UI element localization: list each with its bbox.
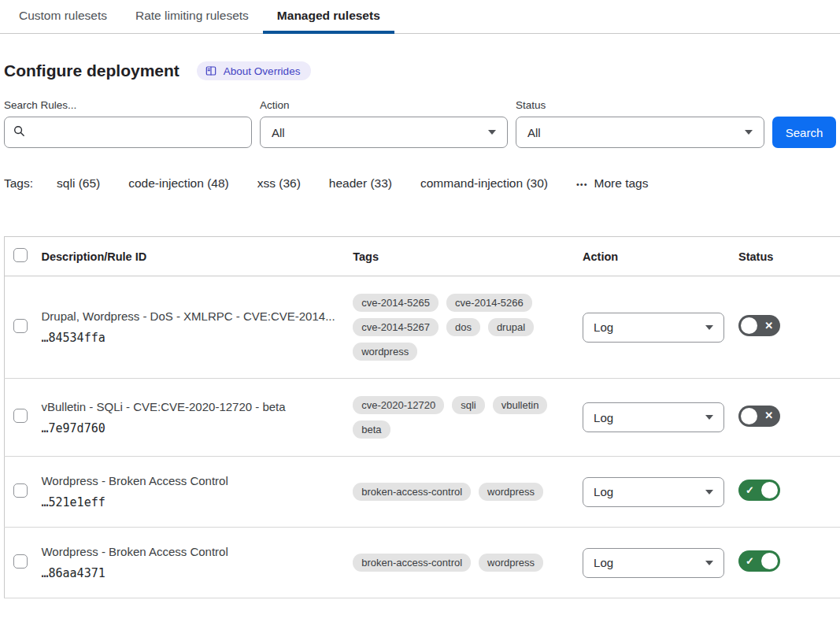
search-input-wrapper [4,117,252,148]
book-icon [205,65,217,77]
rule-action-select[interactable]: Log [583,548,724,578]
rule-id: …84534ffa [41,331,353,345]
x-icon: ✕ [764,320,773,331]
tag-filter-sqli[interactable]: sqli (65) [57,176,100,191]
chevron-down-icon [745,130,753,135]
heading-row: Configure deployment About Overrides [4,61,840,80]
tag-filter-header[interactable]: header (33) [329,176,392,191]
tag-pill: beta [353,420,390,439]
row-checkbox[interactable] [13,319,28,333]
about-overrides-link[interactable]: About Overrides [197,61,312,80]
table-row: Wordpress - Broken Access Control …521e1… [5,457,840,528]
tag-pill: cve-2020-12720 [353,396,444,414]
toggle-knob [741,408,757,424]
toggle-knob [761,553,778,569]
rule-description: Wordpress - Broken Access Control [41,474,353,487]
status-toggle[interactable]: ✓ ✕ [738,480,780,501]
chevron-down-icon [705,415,713,420]
status-toggle[interactable]: ✓ ✕ [738,315,780,336]
tag-filter-command-injection[interactable]: command-injection (30) [420,176,548,191]
row-checkbox[interactable] [13,409,28,423]
tags-bar: Tags: sqli (65) code-injection (48) xss … [4,176,840,191]
search-icon [13,124,26,141]
check-icon: ✓ [746,485,754,495]
search-input[interactable] [32,126,243,139]
x-icon: ✕ [764,410,773,420]
rules-table: Description/Rule ID Tags Action Status D… [4,236,840,598]
tag-pill: cve-2014-5267 [353,318,439,336]
rule-action-select[interactable]: Log [583,313,724,343]
ruleset-tabbar: Custom rulesets Rate limiting rulesets M… [0,0,840,34]
rule-action-value: Log [594,411,613,424]
action-filter-field: Action All [260,99,508,148]
tag-pill: wordpress [353,343,417,361]
toggle-knob [761,482,778,498]
more-tags-button[interactable]: ••• More tags [576,176,648,191]
rule-action-value: Log [594,556,613,569]
rule-description: vBulletin - SQLi - CVE:CVE-2020-12720 - … [41,400,353,413]
check-icon: ✓ [746,556,754,566]
more-tags-label: More tags [594,176,649,191]
table-header-row: Description/Rule ID Tags Action Status [5,237,840,276]
tag-pill: dos [446,318,480,336]
action-filter-label: Action [260,99,508,111]
tag-pill: vbulletin [493,396,548,414]
rule-description: Wordpress - Broken Access Control [41,545,353,558]
rule-tags: cve-2014-5265cve-2014-5266cve-2014-5267d… [353,294,564,361]
rule-action-select[interactable]: Log [583,477,724,507]
managed-rulesets-page: Custom rulesets Rate limiting rulesets M… [0,0,840,598]
tab-managed-rulesets[interactable]: Managed rulesets [263,0,394,34]
rule-action-select[interactable]: Log [583,402,724,432]
tag-pill: cve-2014-5265 [353,294,439,312]
rule-id: …86aa4371 [41,566,353,580]
rule-id: …7e97d760 [41,421,353,435]
row-checkbox[interactable] [13,483,28,498]
filters-row: Search Rules... Action All Status [4,99,836,148]
chevron-down-icon [488,130,496,135]
column-header-status: Status [738,237,840,276]
chevron-down-icon [705,561,713,565]
action-filter-select[interactable]: All [260,117,508,148]
tag-pill: drupal [488,318,534,336]
table-row: vBulletin - SQLi - CVE:CVE-2020-12720 - … [5,379,840,457]
column-header-action: Action [583,237,738,276]
status-toggle[interactable]: ✓ ✕ [738,406,780,427]
tag-filter-xss[interactable]: xss (36) [257,176,301,191]
page-title: Configure deployment [4,61,179,80]
rule-tags: broken-access-controlwordpress [353,554,564,572]
rule-description: Drupal, Wordpress - DoS - XMLRPC - CVE:C… [41,309,353,323]
tag-filter-code-injection[interactable]: code-injection (48) [128,176,229,191]
status-toggle[interactable]: ✓ ✕ [738,550,780,572]
rule-id: …521e1eff [41,495,353,509]
row-checkbox[interactable] [13,554,28,569]
tag-pill: wordpress [479,554,543,572]
rules-table-body: Drupal, Wordpress - DoS - XMLRPC - CVE:C… [5,276,840,598]
chevron-down-icon [705,325,713,330]
column-header-description: Description/Rule ID [41,237,353,276]
search-button[interactable]: Search [772,117,836,148]
tags-bar-label: Tags: [4,176,33,191]
tag-pill: wordpress [479,483,543,501]
table-row: Drupal, Wordpress - DoS - XMLRPC - CVE:C… [5,276,840,379]
chevron-down-icon [705,490,713,495]
status-filter-label: Status [516,99,764,111]
rule-action-value: Log [594,485,613,498]
table-row: Wordpress - Broken Access Control …86aa4… [5,528,840,598]
rule-tags: broken-access-controlwordpress [353,483,564,501]
rule-action-value: Log [594,320,613,334]
toggle-knob [741,317,757,334]
tag-pill: broken-access-control [353,483,471,501]
about-overrides-label: About Overrides [224,65,301,77]
search-label: Search Rules... [4,99,252,111]
tag-pill: cve-2014-5266 [446,294,532,312]
tag-pill: sqli [452,396,485,414]
select-all-checkbox[interactable] [13,248,28,262]
ellipsis-icon: ••• [576,180,588,189]
status-filter-value: All [527,126,541,139]
tab-custom-rulesets[interactable]: Custom rulesets [5,0,121,34]
action-filter-value: All [272,126,285,139]
status-filter-select[interactable]: All [516,117,764,148]
tab-rate-limiting-rulesets[interactable]: Rate limiting rulesets [121,0,263,34]
status-filter-field: Status All [516,99,764,148]
search-field: Search Rules... [4,99,252,148]
